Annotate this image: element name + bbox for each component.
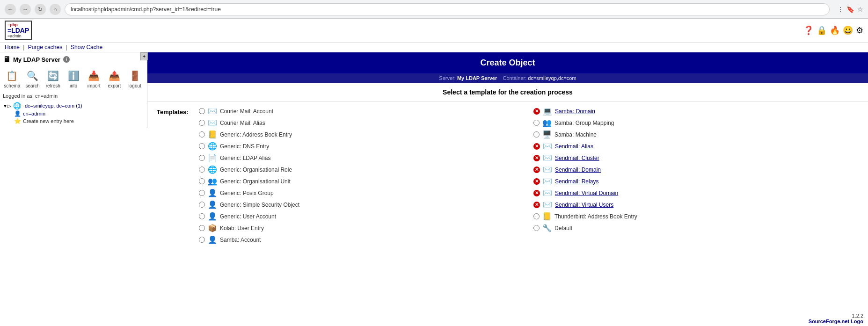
- template-name-samba-account: Samba: Account: [220, 237, 261, 243]
- template-item-generic-posix-group[interactable]: 👤 Generic: Posix Group: [199, 188, 524, 197]
- template-name-courier-mail-account: Courier Mail: Account: [220, 108, 273, 115]
- toolbar-schema[interactable]: 📋 schema: [3, 68, 22, 88]
- tree-create-label: Create new entry here: [23, 118, 74, 124]
- template-name-sendmail-domain[interactable]: Sendmail: Domain: [555, 167, 601, 173]
- template-item-generic-address-book[interactable]: 📒 Generic: Address Book Entry: [199, 130, 524, 139]
- template-icon-sendmail-alias: ✉️: [543, 142, 552, 151]
- lock-icon[interactable]: 🔒: [817, 25, 827, 36]
- template-radio-default[interactable]: [533, 225, 540, 231]
- forward-button[interactable]: →: [20, 4, 31, 15]
- error-icon-sendmail-alias: ✕: [533, 143, 540, 150]
- template-item-generic-dns-entry[interactable]: 🌐 Generic: DNS Entry: [199, 142, 524, 151]
- footer-version: 1.2.2: [852, 313, 863, 319]
- template-radio-generic-dns-entry[interactable]: [199, 143, 205, 149]
- app-header: =php =LDAP =admin ❓ 🔒 🔥 😀 ⚙: [0, 19, 868, 43]
- smile-icon[interactable]: 😀: [843, 25, 853, 36]
- template-name-courier-mail-alias: Courier Mail: Alias: [220, 120, 265, 126]
- template-radio-generic-address-book[interactable]: [199, 131, 205, 138]
- templates-label: Templates:: [157, 107, 199, 244]
- template-item-samba-domain[interactable]: ✕ 💻 Samba: Domain: [533, 107, 859, 116]
- template-radio-thunderbird-address-book[interactable]: [533, 213, 540, 219]
- template-item-thunderbird-address-book[interactable]: 📒 Thunderbird: Address Book Entry: [533, 212, 859, 221]
- browser-star-icon[interactable]: ☆: [857, 6, 863, 13]
- template-name-samba-domain[interactable]: Samba: Domain: [555, 108, 595, 115]
- logout-label: logout: [129, 83, 141, 88]
- browser-bookmark-icon[interactable]: 🔖: [846, 6, 854, 13]
- subheader-server-prefix: Server:: [439, 75, 457, 81]
- template-item-courier-mail-account[interactable]: ✉️ Courier Mail: Account: [199, 107, 524, 116]
- toolbar-logout[interactable]: 🚪 logout: [125, 68, 144, 88]
- template-icon-default: 🔧: [542, 224, 552, 232]
- sidebar-expand-button[interactable]: +: [140, 52, 148, 60]
- template-item-sendmail-virtual-domain[interactable]: ✕ ✉️ Sendmail: Virtual Domain: [533, 188, 859, 197]
- template-icon-courier-mail-account: ✉️: [208, 107, 217, 116]
- template-icon-thunderbird-address-book: 📒: [542, 212, 552, 221]
- toolbar-search[interactable]: 🔍 search: [23, 68, 42, 88]
- template-item-courier-mail-alias[interactable]: ✉️ Courier Mail: Alias: [199, 118, 524, 127]
- toolbar-export[interactable]: 📤 export: [105, 68, 124, 88]
- template-item-sendmail-cluster[interactable]: ✕ ✉️ Sendmail: Cluster: [533, 153, 859, 162]
- server-computer-icon: 🖥: [3, 55, 10, 64]
- home-link[interactable]: Home: [5, 44, 20, 51]
- template-item-sendmail-relays[interactable]: ✕ ✉️ Sendmail: Relays: [533, 177, 859, 186]
- template-radio-kolab-user-entry[interactable]: [199, 225, 205, 231]
- template-item-sendmail-domain[interactable]: ✕ ✉️ Sendmail: Domain: [533, 165, 859, 174]
- template-item-kolab-user-entry[interactable]: 📦 Kolab: User Entry: [199, 224, 524, 232]
- template-item-samba-account[interactable]: 👤 Samba: Account: [199, 235, 524, 244]
- tree-dc-item[interactable]: ▼▷ 🌐 dc=smileyqp, dc=com (1): [3, 101, 144, 110]
- logout-icon: 🚪: [127, 68, 142, 83]
- template-item-generic-org-role[interactable]: 🌐 Generic: Organisational Role: [199, 165, 524, 174]
- template-radio-samba-machine[interactable]: [533, 131, 540, 138]
- refresh-button[interactable]: ↻: [35, 4, 46, 15]
- tree-create-new[interactable]: ⭐ Create new entry here: [14, 117, 144, 125]
- template-name-generic-org-role: Generic: Organisational Role: [220, 167, 292, 173]
- show-cache-link[interactable]: Show Cache: [71, 44, 102, 51]
- home-button[interactable]: ⌂: [50, 4, 61, 15]
- flame-icon[interactable]: 🔥: [830, 25, 840, 36]
- template-radio-generic-user-account[interactable]: [199, 213, 205, 219]
- import-icon: 📥: [87, 68, 102, 83]
- template-radio-generic-posix-group[interactable]: [199, 190, 205, 196]
- template-item-sendmail-virtual-users[interactable]: ✕ ✉️ Sendmail: Virtual Users: [533, 200, 859, 209]
- footer-link[interactable]: SourceForge.net Logo: [809, 319, 863, 324]
- settings-icon[interactable]: ⚙: [856, 25, 863, 36]
- template-name-sendmail-relays[interactable]: Sendmail: Relays: [555, 178, 598, 185]
- main-layout: 🖥 My LDAP Server i 📋 schema 🔍 search 🔄 r…: [0, 52, 868, 326]
- toolbar-refresh[interactable]: 🔄 refresh: [44, 68, 62, 88]
- schema-icon: 📋: [5, 68, 20, 83]
- template-name-sendmail-virtual-domain[interactable]: Sendmail: Virtual Domain: [555, 190, 618, 196]
- template-radio-generic-org-role[interactable]: [199, 167, 205, 173]
- template-name-sendmail-virtual-users[interactable]: Sendmail: Virtual Users: [555, 202, 613, 208]
- tree-cn-item[interactable]: 👤 cn=admin: [14, 110, 144, 117]
- sidebar-wrapper: 🖥 My LDAP Server i 📋 schema 🔍 search 🔄 r…: [0, 52, 147, 326]
- browser-menu-icon[interactable]: ⋮: [837, 6, 844, 13]
- template-item-generic-user-account[interactable]: 👤 Generic: User Account: [199, 212, 524, 221]
- back-button[interactable]: ←: [5, 4, 16, 15]
- template-item-generic-simple-security[interactable]: 👤 Generic: Simple Security Object: [199, 200, 524, 209]
- create-object-subheader: Server: My LDAP Server Container: dc=smi…: [147, 73, 868, 83]
- template-item-default[interactable]: 🔧 Default: [533, 224, 859, 232]
- template-radio-samba-account[interactable]: [199, 237, 205, 243]
- template-radio-samba-group-mapping[interactable]: [533, 120, 540, 126]
- template-radio-courier-mail-account[interactable]: [199, 108, 205, 114]
- help-icon[interactable]: ❓: [803, 25, 814, 36]
- template-item-samba-group-mapping[interactable]: 👥 Samba: Group Mapping: [533, 118, 859, 127]
- toolbar-import[interactable]: 📥 import: [85, 68, 103, 88]
- template-item-sendmail-alias[interactable]: ✕ ✉️ Sendmail: Alias: [533, 142, 859, 151]
- template-item-generic-org-unit[interactable]: 👥 Generic: Organisational Unit: [199, 177, 524, 186]
- toolbar-info[interactable]: ℹ️ info: [64, 68, 83, 88]
- template-item-generic-ldap-alias[interactable]: 📄 Generic: LDAP Alias: [199, 153, 524, 162]
- template-name-sendmail-alias[interactable]: Sendmail: Alias: [555, 143, 593, 150]
- error-icon-sendmail-virtual-users: ✕: [533, 202, 540, 208]
- template-name-sendmail-cluster[interactable]: Sendmail: Cluster: [555, 155, 599, 161]
- template-radio-generic-ldap-alias[interactable]: [199, 155, 205, 161]
- template-name-samba-machine: Samba: Machine: [554, 131, 597, 138]
- address-bar[interactable]: [65, 3, 830, 15]
- server-info-icon[interactable]: i: [63, 56, 70, 63]
- template-radio-courier-mail-alias[interactable]: [199, 120, 205, 126]
- template-item-samba-machine[interactable]: 🖥️ Samba: Machine: [533, 130, 859, 139]
- template-radio-generic-org-unit[interactable]: [199, 178, 205, 184]
- templates-columns: ✉️ Courier Mail: Account ✉️ Courier Mail…: [199, 107, 859, 244]
- template-radio-generic-simple-security[interactable]: [199, 202, 205, 208]
- purge-caches-link[interactable]: Purge caches: [28, 44, 62, 51]
